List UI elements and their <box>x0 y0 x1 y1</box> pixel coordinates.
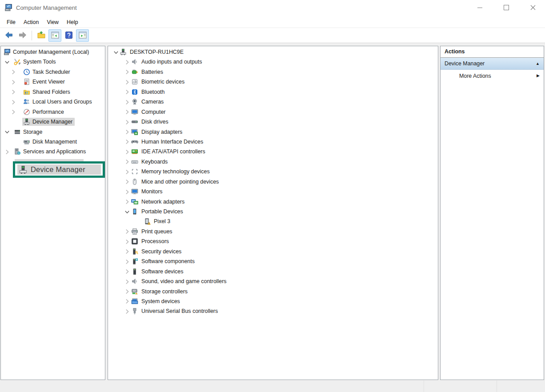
chevron-collapsed-icon[interactable] <box>124 88 131 96</box>
chevron-collapsed-icon[interactable] <box>124 178 131 185</box>
tree-item-network-adapters[interactable]: Network adapters <box>108 197 438 207</box>
chevron-collapsed-icon[interactable] <box>124 188 131 196</box>
tree-item-computer-management-local[interactable]: Computer Management (Local) <box>1 48 105 57</box>
chevron-collapsed-icon[interactable] <box>124 258 131 265</box>
tree-item-shared-folders[interactable]: Shared Folders <box>1 87 105 97</box>
tree-item-keyboards[interactable]: Keyboards <box>108 157 438 167</box>
tree-item-performance[interactable]: Performance <box>1 107 105 117</box>
chevron-collapsed-icon[interactable] <box>124 198 131 205</box>
chevron-collapsed-icon[interactable] <box>124 108 131 116</box>
actions-section-device-manager[interactable]: Device Manager ▲ <box>441 58 544 70</box>
tree-item-portable-devices[interactable]: Portable Devices <box>108 207 438 217</box>
chevron-collapsed-icon[interactable] <box>124 138 131 145</box>
menu-action[interactable]: Action <box>20 18 43 27</box>
tree-item-system-devices[interactable]: System devices <box>108 296 438 306</box>
tree-item-print-queues[interactable]: Print queues <box>108 227 438 236</box>
help-button[interactable] <box>62 29 75 42</box>
tree-item-content: Human Interface Devices <box>130 138 205 146</box>
chevron-collapsed-icon[interactable] <box>10 99 17 106</box>
action-pane-toggle-button[interactable] <box>76 29 89 42</box>
menu-file[interactable]: File <box>3 18 20 27</box>
storage-controller-icon <box>131 288 138 295</box>
chevron-collapsed-icon[interactable] <box>10 68 17 76</box>
chevron-expanded-icon[interactable] <box>124 208 131 216</box>
services-applications-icon <box>14 148 21 155</box>
tree-item-desktop-ru1hc9e[interactable]: DESKTOP-RU1HC9E <box>108 48 438 57</box>
chevron-collapsed-icon[interactable] <box>124 238 131 245</box>
chevron-collapsed-icon[interactable] <box>4 148 11 156</box>
chevron-collapsed-icon[interactable] <box>124 119 131 126</box>
more-actions-menu-item[interactable]: More Actions ▶ <box>441 70 544 82</box>
tree-item-computer[interactable]: Computer <box>108 107 438 117</box>
tree-item-storage[interactable]: Storage <box>1 127 105 137</box>
tree-item-ide-ata-atapi-controllers[interactable]: IDE ATA/ATAPI controllers <box>108 147 438 157</box>
system-device-icon <box>131 298 138 305</box>
tree-item-memory-technology-devices[interactable]: Memory technology devices <box>108 167 438 177</box>
tree-item-software-devices[interactable]: Software devices <box>108 267 438 276</box>
maximize-button[interactable] <box>496 0 517 15</box>
chevron-collapsed-icon[interactable] <box>124 298 131 305</box>
chevron-collapsed-icon[interactable] <box>124 148 131 156</box>
back-arrow-button[interactable] <box>2 29 15 42</box>
tree-item-content: Computer Management (Local) <box>3 48 92 56</box>
chevron-collapsed-icon[interactable] <box>124 59 131 66</box>
tree-item-monitors[interactable]: Monitors <box>108 187 438 197</box>
close-button[interactable] <box>523 0 543 15</box>
chevron-collapsed-icon[interactable] <box>124 99 131 106</box>
tree-item-storage-controllers[interactable]: Storage controllers <box>108 287 438 296</box>
tree-item-software-components[interactable]: Software components <box>108 257 438 267</box>
up-folder-button[interactable] <box>35 29 48 42</box>
software-device-icon <box>131 268 138 275</box>
chevron-collapsed-icon[interactable] <box>124 68 131 76</box>
tree-item-disk-management[interactable]: Disk Management <box>1 137 105 147</box>
device-list-pane: DESKTOP-RU1HC9EAudio inputs and outputsB… <box>108 46 438 380</box>
chevron-collapsed-icon[interactable] <box>124 268 131 275</box>
chevron-collapsed-icon[interactable] <box>124 248 131 255</box>
tree-item-device-manager[interactable]: Device Manager <box>1 117 105 127</box>
tree-item-disk-drives[interactable]: Disk drives <box>108 117 438 127</box>
chevron-collapsed-icon[interactable] <box>124 79 131 86</box>
annotation-label: Device Manager <box>28 165 85 174</box>
tree-item-processors[interactable]: Processors <box>108 237 438 247</box>
tree-item-system-tools[interactable]: System Tools <box>1 57 105 67</box>
tree-item-event-viewer[interactable]: Event Viewer <box>1 77 105 87</box>
tree-item-label: Security devices <box>138 248 181 255</box>
tree-item-universal-serial-bus-controllers[interactable]: Universal Serial Bus controllers <box>108 307 438 316</box>
tree-item-sound-video-and-game-controllers[interactable]: Sound, video and game controllers <box>108 277 438 287</box>
chevron-collapsed-icon[interactable] <box>124 288 131 295</box>
tree-item-human-interface-devices[interactable]: Human Interface Devices <box>108 137 438 147</box>
chevron-collapsed-icon[interactable] <box>124 308 131 315</box>
chevron-collapsed-icon[interactable] <box>124 228 131 235</box>
menu-view[interactable]: View <box>43 18 63 27</box>
collapse-section-icon[interactable]: ▲ <box>536 62 540 66</box>
tree-item-label: Shared Folders <box>30 89 70 95</box>
tree-item-services-and-applications[interactable]: Services and Applications <box>1 147 105 157</box>
chevron-collapsed-icon[interactable] <box>10 108 17 116</box>
menu-help[interactable]: Help <box>63 18 82 27</box>
chevron-collapsed-icon[interactable] <box>124 278 131 285</box>
tree-item-content: Services and Applications <box>13 148 88 156</box>
chevron-expanded-icon[interactable] <box>4 59 11 66</box>
tree-item-display-adapters[interactable]: Display adapters <box>108 127 438 137</box>
tree-item-local-users-and-groups[interactable]: Local Users and Groups <box>1 97 105 107</box>
tree-item-security-devices[interactable]: Security devices <box>108 247 438 256</box>
tree-item-content: Cameras <box>130 98 166 106</box>
tree-item-audio-inputs-and-outputs[interactable]: Audio inputs and outputs <box>108 57 438 67</box>
tree-item-bluetooth[interactable]: Bluetooth <box>108 87 438 97</box>
tree-item-task-scheduler[interactable]: Task Scheduler <box>1 67 105 77</box>
tree-item-biometric-devices[interactable]: Biometric devices <box>108 77 438 87</box>
chevron-collapsed-icon[interactable] <box>10 79 17 86</box>
mouse-icon <box>131 178 138 185</box>
chevron-collapsed-icon[interactable] <box>124 168 131 176</box>
minimize-button[interactable] <box>469 0 490 15</box>
chevron-collapsed-icon[interactable] <box>124 128 131 136</box>
forward-arrow-button[interactable] <box>16 29 29 42</box>
chevron-collapsed-icon[interactable] <box>10 88 17 96</box>
tree-item-pixel-3[interactable]: Pixel 3 <box>108 217 438 227</box>
tree-item-cameras[interactable]: Cameras <box>108 97 438 107</box>
tree-item-mice-and-other-pointing-devices[interactable]: Mice and other pointing devices <box>108 177 438 187</box>
console-tree-toggle-button[interactable] <box>48 29 61 42</box>
chevron-collapsed-icon[interactable] <box>124 158 131 165</box>
tree-item-batteries[interactable]: Batteries <box>108 67 438 77</box>
chevron-expanded-icon[interactable] <box>4 128 11 136</box>
